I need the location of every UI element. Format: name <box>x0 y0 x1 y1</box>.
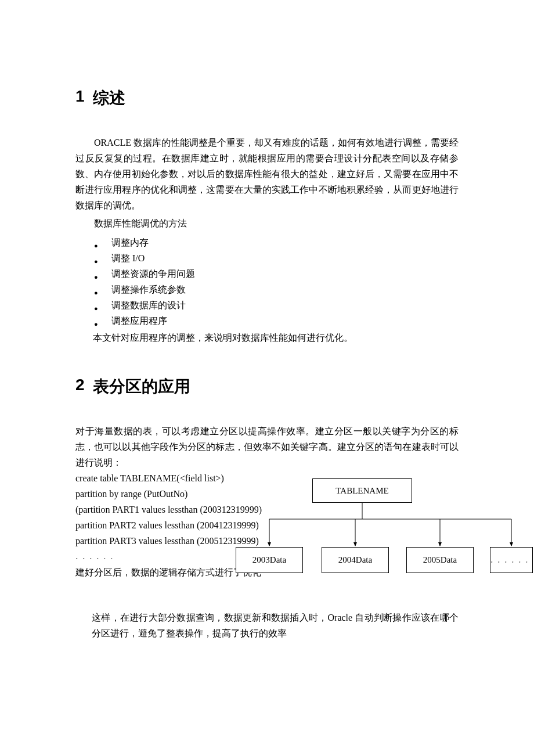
section-2-final: 这样，在进行大部分数据查询，数据更新和数据插入时，Oracle 自动判断操作应该… <box>92 610 459 641</box>
diagram-connectors <box>0 0 534 581</box>
